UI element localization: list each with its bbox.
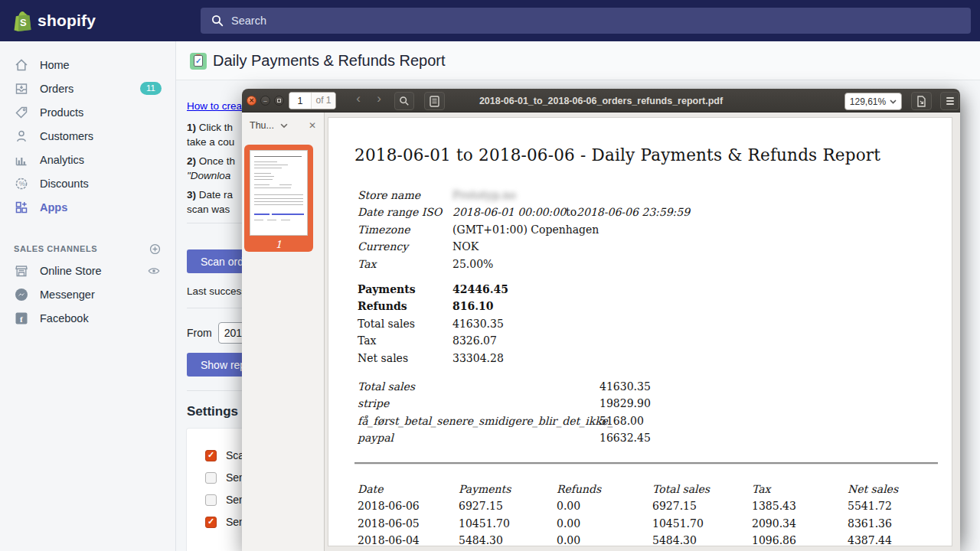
search-placeholder: Search <box>231 15 266 27</box>
page-title: Daily Payments & Refunds Report <box>213 52 445 70</box>
home-icon <box>14 57 29 73</box>
sidebar-item-messenger[interactable]: Messenger <box>0 282 175 306</box>
window-menu-button[interactable] <box>940 92 959 110</box>
checkbox[interactable] <box>205 450 217 461</box>
zoom-level-dropdown[interactable]: 129,61% <box>844 93 902 110</box>
shopify-logo[interactable]: S shopify <box>12 0 96 41</box>
window-titlebar[interactable]: ✕ – of 1 ‹ › 2018-06-01_to_2018-06-06_or… <box>242 89 960 112</box>
pdf-report-title: 2018-06-01 to 2018-06-06 - Daily Payment… <box>354 145 880 165</box>
window-maximize-button[interactable] <box>274 96 284 106</box>
messenger-icon <box>14 287 29 302</box>
sidebar-item-products[interactable]: Products <box>0 100 175 124</box>
analytics-icon <box>14 152 29 168</box>
sidebar-item-analytics[interactable]: Analytics <box>0 148 175 171</box>
table-header-row: DatePaymentsRefundsTotal salesTaxNet sal… <box>358 483 939 500</box>
orders-icon <box>14 81 29 96</box>
zoom-level-value: 129,61% <box>850 96 886 107</box>
topbar: S shopify Search <box>0 0 980 41</box>
report-app-icon: ✓ <box>190 53 207 70</box>
checkbox[interactable] <box>205 517 217 528</box>
sidebar-item-facebook[interactable]: f Facebook <box>0 306 175 330</box>
thumbnail-page-preview <box>250 150 308 236</box>
thumbnails-panel-title[interactable]: Thu... <box>250 120 274 131</box>
setting-row: Sca <box>205 449 244 461</box>
sidebar-label: Apps <box>40 201 67 214</box>
discount-icon: % <box>14 176 29 191</box>
previous-page-icon[interactable]: ‹ <box>350 91 367 106</box>
thumbnail-page-number: 1 <box>244 239 313 250</box>
eye-icon[interactable] <box>146 264 162 278</box>
page-count-label: of 1 <box>311 93 335 109</box>
settings-heading: Settings <box>187 404 238 419</box>
pdf-viewer-window: ✕ – of 1 ‹ › 2018-06-01_to_2018-06-06_or… <box>242 89 960 551</box>
annotations-button[interactable] <box>424 92 445 110</box>
pdf-page: 2018-06-01 to 2018-06-06 - Daily Payment… <box>328 117 952 546</box>
sidebar-label: Customers <box>40 130 93 142</box>
thumbnails-panel-header: Thu... ✕ <box>242 112 324 139</box>
chevron-down-icon[interactable] <box>280 123 288 129</box>
table-row: 2018-06-045484.300.005484.301096.864387.… <box>358 534 939 551</box>
next-page-icon[interactable]: › <box>371 91 387 106</box>
pdf-document-area[interactable]: 2018-06-01 to 2018-06-06 - Daily Payment… <box>325 112 960 551</box>
tag-icon <box>14 105 29 120</box>
page-thumbnail[interactable]: 1 <box>244 145 313 252</box>
sidebar-item-apps[interactable]: Apps <box>0 195 175 219</box>
page-number-widget: of 1 <box>289 92 336 109</box>
search-icon <box>399 96 410 106</box>
setting-row: Sen <box>205 516 245 528</box>
sidebar-item-orders[interactable]: Orders 11 <box>0 77 175 100</box>
checkbox[interactable] <box>205 494 217 506</box>
sidebar-label: Orders <box>40 83 74 95</box>
sidebar-item-discounts[interactable]: % Discounts <box>0 171 175 195</box>
pdf-daily-table: DatePaymentsRefundsTotal salesTaxNet sal… <box>358 483 939 551</box>
sidebar-item-customers[interactable]: Customers <box>0 124 175 148</box>
sidebar-item-online-store[interactable]: Online Store <box>0 259 175 282</box>
add-channel-icon[interactable] <box>149 243 162 256</box>
sidebar: Home Orders 11 Products Customers Analyt… <box>0 41 176 551</box>
svg-text:S: S <box>20 17 27 28</box>
sidebar-label: Online Store <box>40 265 102 277</box>
page-number-input[interactable] <box>289 93 311 109</box>
facebook-icon: f <box>14 311 29 326</box>
pdf-divider-rule <box>354 462 938 465</box>
pdf-summary-block: Payments42446.45 Refunds816.10 Total sal… <box>358 283 508 369</box>
orders-count-badge: 11 <box>140 82 162 95</box>
sidebar-item-home[interactable]: Home <box>0 53 175 77</box>
sidebar-label: Facebook <box>40 312 89 324</box>
sidebar-label: Analytics <box>40 154 84 166</box>
store-name-redacted: Prototyp.no <box>452 189 516 206</box>
table-row: 2018-06-066927.150.006927.151385.435541.… <box>358 500 939 517</box>
search-icon <box>211 15 224 27</box>
storefront-icon <box>14 263 29 279</box>
apps-icon <box>14 200 29 215</box>
last-success-text: Last success <box>187 285 247 297</box>
window-close-button[interactable]: ✕ <box>247 96 256 106</box>
window-minimize-button[interactable]: – <box>260 96 270 106</box>
setting-row: Sen <box>205 471 245 484</box>
pdf-viewer-body: Thu... ✕ <box>242 112 960 551</box>
brand-wordmark: shopify <box>38 11 96 30</box>
pdf-gateway-block: Total sales41630.35 stripe19829.90 få_fø… <box>358 380 651 449</box>
pdf-meta-block: Store namePrototyp.no Date range ISO2018… <box>358 189 690 275</box>
hamburger-icon <box>946 97 954 105</box>
checkbox[interactable] <box>205 472 217 484</box>
thumbnails-panel: Thu... ✕ <box>242 112 325 551</box>
sidebar-label: Discounts <box>40 178 89 190</box>
find-button[interactable] <box>394 92 414 110</box>
shopify-bag-icon: S <box>12 10 32 31</box>
howto-link[interactable]: How to crea <box>187 100 242 112</box>
panel-close-icon[interactable]: ✕ <box>309 120 316 131</box>
sidebar-label: Messenger <box>40 289 95 301</box>
document-properties-button[interactable] <box>911 92 932 110</box>
document-icon <box>916 96 926 107</box>
setting-row: Sen <box>205 494 245 506</box>
sidebar-label: Home <box>40 59 70 71</box>
document-list-icon <box>430 96 439 107</box>
customer-icon <box>14 129 29 144</box>
search-input[interactable]: Search <box>201 8 971 34</box>
page-header: ✓ Daily Payments & Refunds Report <box>176 41 980 80</box>
sales-channels-label: SALES CHANNELS <box>14 244 97 253</box>
chevron-down-icon <box>890 99 897 104</box>
sidebar-label: Products <box>40 106 83 119</box>
window-title-filename: 2018-06-01_to_2018-06-06_orders_refunds_… <box>479 96 723 106</box>
